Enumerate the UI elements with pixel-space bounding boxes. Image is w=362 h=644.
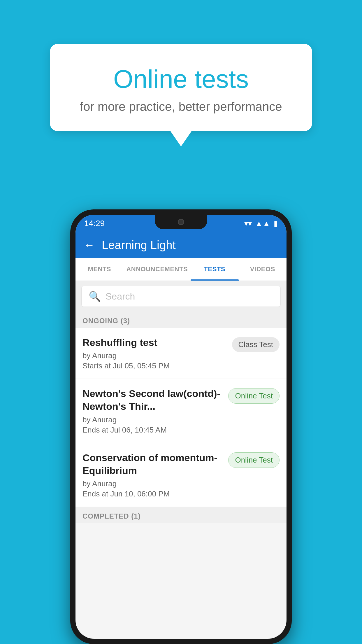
signal-icon: ▲▲ [255, 219, 270, 228]
search-placeholder: Search [106, 291, 135, 302]
search-container: 🔍 Search [75, 281, 287, 312]
test-by-3: by Anurag [82, 479, 224, 488]
test-badge-1: Class Test [232, 337, 280, 352]
test-badge-3: Online Test [228, 452, 280, 468]
phone-frame: 14:29 ▾▾ ▲▲ ▮ ← Learning Light MENTS ANN… [70, 209, 292, 644]
battery-icon: ▮ [274, 219, 278, 228]
test-by-2: by Anurag [82, 415, 224, 424]
test-by-1: by Anurag [82, 351, 227, 360]
test-info-2: Newton's Second law(contd)-Newton's Thir… [82, 387, 224, 434]
back-button[interactable]: ← [84, 239, 95, 251]
test-info-1: Reshuffling test by Anurag Starts at Jul… [82, 336, 227, 370]
front-camera [178, 219, 184, 225]
test-title-3: Conservation of momentum-Equilibrium [82, 451, 224, 477]
status-icons: ▾▾ ▲▲ ▮ [244, 219, 278, 228]
test-list: Reshuffling test by Anurag Starts at Jul… [75, 328, 287, 507]
notch [155, 215, 207, 229]
tab-tests[interactable]: TESTS [191, 258, 238, 281]
bubble-subtitle: for more practice, better performance [73, 100, 289, 114]
test-badge-2: Online Test [228, 388, 280, 404]
app-bar: ← Learning Light [75, 232, 287, 258]
completed-label: COMPLETED (1) [82, 512, 141, 520]
test-title-1: Reshuffling test [82, 336, 227, 349]
test-item-3[interactable]: Conservation of momentum-Equilibrium by … [75, 443, 287, 507]
completed-section-header: COMPLETED (1) [75, 507, 287, 523]
test-item-2[interactable]: Newton's Second law(contd)-Newton's Thir… [75, 379, 287, 443]
test-date-1: Starts at Jul 05, 05:45 PM [82, 361, 227, 370]
ongoing-label: ONGOING (3) [82, 317, 130, 325]
ongoing-section-header: ONGOING (3) [75, 312, 287, 328]
tabs-bar: MENTS ANNOUNCEMENTS TESTS VIDEOS [75, 258, 287, 281]
phone-screen: 14:29 ▾▾ ▲▲ ▮ ← Learning Light MENTS ANN… [75, 215, 287, 639]
phone-wrapper: 14:29 ▾▾ ▲▲ ▮ ← Learning Light MENTS ANN… [70, 209, 292, 644]
search-box[interactable]: 🔍 Search [81, 286, 281, 307]
wifi-icon: ▾▾ [244, 219, 252, 228]
test-title-2: Newton's Second law(contd)-Newton's Thir… [82, 387, 224, 413]
status-time: 14:29 [84, 219, 105, 228]
tab-videos[interactable]: VIDEOS [239, 258, 287, 281]
speech-bubble: Online tests for more practice, better p… [50, 44, 312, 131]
speech-bubble-container: Online tests for more practice, better p… [50, 44, 312, 131]
test-date-3: Ends at Jun 10, 06:00 PM [82, 489, 224, 498]
test-date-2: Ends at Jul 06, 10:45 AM [82, 426, 224, 435]
test-info-3: Conservation of momentum-Equilibrium by … [82, 451, 224, 498]
bubble-title: Online tests [73, 64, 289, 94]
tab-announcements[interactable]: ANNOUNCEMENTS [123, 258, 191, 281]
tab-ments[interactable]: MENTS [75, 258, 123, 281]
app-bar-title: Learning Light [102, 239, 176, 252]
test-item-1[interactable]: Reshuffling test by Anurag Starts at Jul… [75, 328, 287, 379]
search-icon: 🔍 [89, 290, 101, 302]
